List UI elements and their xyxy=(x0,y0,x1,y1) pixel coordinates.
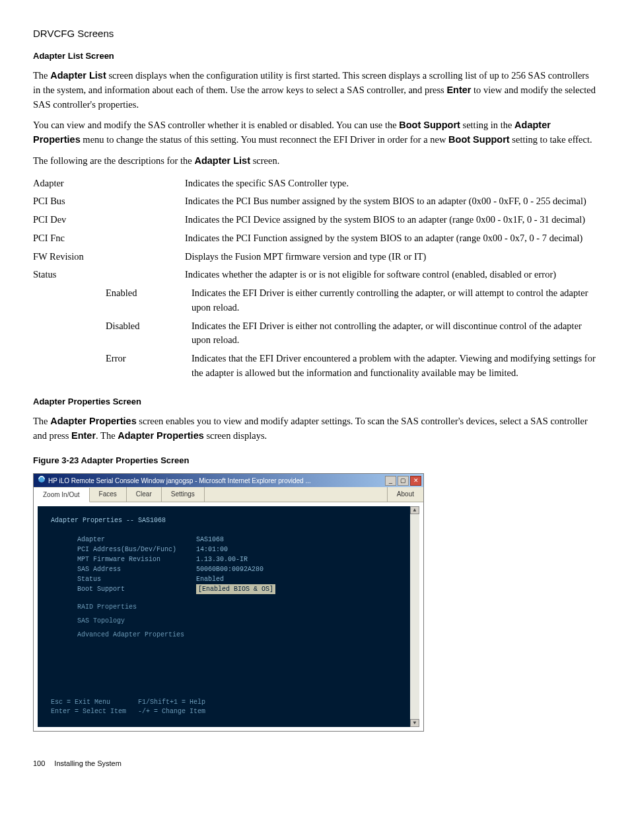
def-value: Indicates the PCI Device assigned by the… xyxy=(185,211,597,230)
adapter-list-p2: You can view and modify the SAS controll… xyxy=(33,118,597,147)
tab-bar: Zoom In/Out Faces Clear Settings About xyxy=(34,487,423,502)
def-value: Displays the Fusion MPT firmware version… xyxy=(185,248,597,267)
console-value: SAS1068 xyxy=(196,535,224,545)
console-title: Adapter Properties -- SAS1068 xyxy=(51,515,397,525)
adapter-list-p3: The following are the descriptions for t… xyxy=(33,154,597,169)
sas-topology-link[interactable]: SAS Topology xyxy=(77,616,397,626)
status-sub-def: Indicates the EFI Driver is either curre… xyxy=(185,285,597,318)
figure-caption: Figure 3-23 Adapter Properties Screen xyxy=(33,454,597,467)
console-row: MPT Firmware Revision1.13.30.00-IR xyxy=(77,554,397,564)
tab-clear[interactable]: Clear xyxy=(127,487,162,502)
console-label: Adapter xyxy=(77,535,196,545)
tab-zoom[interactable]: Zoom In/Out xyxy=(34,488,90,502)
p2-mid1: setting in the xyxy=(460,120,514,130)
status-sub-term: Enabled xyxy=(33,285,185,318)
status-sub-row: ErrorIndicates that the EFI Driver encou… xyxy=(33,350,597,383)
page-number: 100 xyxy=(33,759,45,767)
console-row: AdapterSAS1068 xyxy=(77,535,397,545)
def-value: Indicates the PCI Bus number assigned by… xyxy=(185,193,597,211)
close-button[interactable]: ✕ xyxy=(410,476,421,486)
raid-properties-link[interactable]: RAID Properties xyxy=(77,602,397,612)
status-sub-term: Disabled xyxy=(33,318,185,351)
console-value: 1.13.30.00-IR xyxy=(196,554,248,564)
status-sub-term: Error xyxy=(33,350,185,383)
console-row: PCI Address(Bus/Dev/Func)14:01:00 xyxy=(77,545,397,554)
page-footer: 100Installing the System xyxy=(33,758,597,769)
def-term: Adapter xyxy=(33,175,185,194)
ilo-console-window: HP iLO Remote Serial Console Window jang… xyxy=(33,473,424,732)
def-term: PCI Fnc xyxy=(33,230,185,248)
ap-p1-b1: Adapter Properties xyxy=(50,416,137,426)
ap-p1-mid2: . The xyxy=(96,430,118,441)
window-titlebar: HP iLO Remote Serial Console Window jang… xyxy=(34,474,423,487)
p3-b1: Adapter List xyxy=(194,155,250,166)
p2-tail: setting to take effect. xyxy=(510,134,592,145)
p1-pre: The xyxy=(33,70,50,81)
ap-p1-b3: Adapter Properties xyxy=(118,430,204,441)
scroll-down-button[interactable]: ▼ xyxy=(410,719,419,727)
def-row: PCI DevIndicates the PCI Device assigned… xyxy=(33,211,597,230)
window-title: HP iLO Remote Serial Console Window jang… xyxy=(48,476,311,486)
console-value: 14:01:00 xyxy=(196,545,228,554)
footer-line-2: Enter = Select Item -/+ = Change Item xyxy=(51,708,205,715)
adapter-list-title: Adapter List Screen xyxy=(33,50,597,63)
console-label: SAS Address xyxy=(77,564,196,574)
ap-p1-b2: Enter xyxy=(71,430,96,441)
console-label: Boot Support xyxy=(77,584,196,594)
p3-pre: The following are the descriptions for t… xyxy=(33,155,194,166)
adapter-props-p1: The Adapter Properties screen enables yo… xyxy=(33,414,597,443)
p2-b1: Boot Support xyxy=(399,120,460,130)
def-row: PCI BusIndicates the PCI Bus number assi… xyxy=(33,193,597,211)
def-term: FW Revision xyxy=(33,248,185,267)
def-row: AdapterIndicates the specific SAS Contro… xyxy=(33,175,597,194)
definitions-table: AdapterIndicates the specific SAS Contro… xyxy=(33,175,597,383)
p2-b3: Boot Support xyxy=(448,134,510,145)
ap-p1-pre: The xyxy=(33,416,50,426)
console-value: [Enabled BIOS & OS] xyxy=(196,584,275,594)
tab-about[interactable]: About xyxy=(387,487,423,502)
status-sub-row: EnabledIndicates the EFI Driver is eithe… xyxy=(33,285,597,318)
p2-pre: You can view and modify the SAS controll… xyxy=(33,120,399,130)
advanced-adapter-link[interactable]: Advanced Adapter Properties xyxy=(77,630,397,640)
adapter-props-title: Adapter Properties Screen xyxy=(33,395,597,408)
console-row: SAS Address50060B00:0092A280 xyxy=(77,564,397,574)
footer-line-1: Esc = Exit Menu F1/Shift+1 = Help xyxy=(51,699,205,706)
p1-b1: Adapter List xyxy=(50,70,106,81)
scroll-up-button[interactable]: ▲ xyxy=(410,506,419,514)
console-label: PCI Address(Bus/Dev/Func) xyxy=(77,545,196,554)
def-value: Indicates whether the adapter is or is n… xyxy=(185,266,597,285)
console-value: 50060B00:0092A280 xyxy=(196,564,263,574)
tab-faces[interactable]: Faces xyxy=(90,487,127,502)
status-sub-def: Indicates that the EFI Driver encountere… xyxy=(185,350,597,383)
def-term: PCI Dev xyxy=(33,211,185,230)
p1-b2: Enter xyxy=(446,85,471,95)
def-value: Indicates the PCI Function assigned by t… xyxy=(185,230,597,248)
page-title: Installing the System xyxy=(54,759,122,767)
console-row-selected[interactable]: Boot Support[Enabled BIOS & OS] xyxy=(77,584,397,594)
console-value: Enabled xyxy=(196,574,224,584)
console-footer: Esc = Exit Menu F1/Shift+1 = Help Enter … xyxy=(51,698,205,716)
minimize-button[interactable]: _ xyxy=(385,476,396,486)
console-label: MPT Firmware Revision xyxy=(77,554,196,564)
p3-tail: screen. xyxy=(250,155,279,166)
def-term: Status xyxy=(33,266,185,285)
maximize-button[interactable]: ▢ xyxy=(398,476,409,486)
adapter-list-p1: The Adapter List screen displays when th… xyxy=(33,69,597,112)
p2-mid2: menu to change the status of this settin… xyxy=(81,134,448,145)
console-row: StatusEnabled xyxy=(77,574,397,584)
status-sub-def: Indicates the EFI Driver is either not c… xyxy=(185,318,597,351)
console-label: Status xyxy=(77,574,196,584)
status-sub-row: DisabledIndicates the EFI Driver is eith… xyxy=(33,318,597,351)
ap-p1-tail: screen displays. xyxy=(204,430,267,441)
def-row: PCI FncIndicates the PCI Function assign… xyxy=(33,230,597,248)
def-value: Indicates the specific SAS Controller ty… xyxy=(185,175,597,194)
def-row: StatusIndicates whether the adapter is o… xyxy=(33,266,597,285)
serial-console: ▲ ▼ Adapter Properties -- SAS1068 Adapte… xyxy=(38,506,419,727)
section-header: DRVCFG Screens xyxy=(33,26,597,42)
tab-settings[interactable]: Settings xyxy=(162,487,205,502)
def-row: FW RevisionDisplays the Fusion MPT firmw… xyxy=(33,248,597,267)
def-term: PCI Bus xyxy=(33,193,185,211)
ie-icon xyxy=(38,475,46,486)
